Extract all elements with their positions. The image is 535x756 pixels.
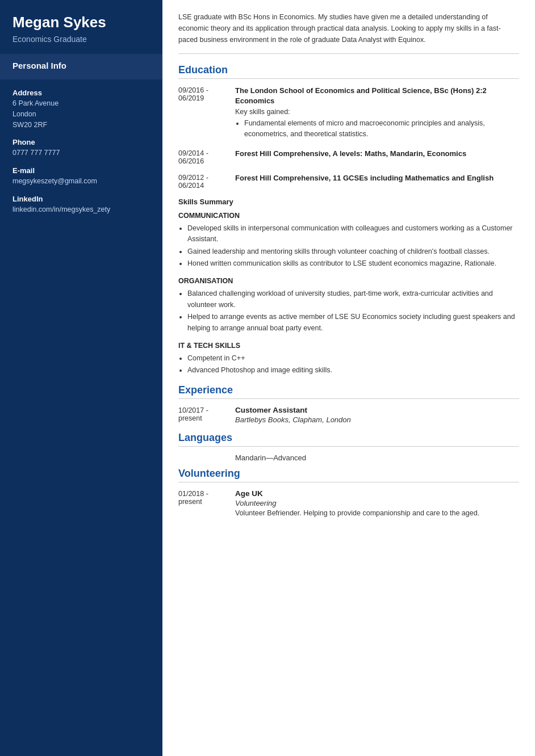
phone-item: Phone 0777 777 7777 — [12, 138, 150, 158]
personal-info-content: Address 6 Park AvenueLondonSW20 2RF Phon… — [0, 79, 162, 234]
skill-category-it: IT & TECH SKILLS Competent in C++ Advanc… — [178, 342, 519, 376]
resume-container: Megan Sykes Economics Graduate Personal … — [0, 0, 535, 756]
vol-org-1: Age UK — [235, 489, 519, 498]
email-item: E-mail megsykeszety@gmail.com — [12, 166, 150, 187]
edu-date-1: 09/2016 -06/2019 — [178, 86, 235, 141]
edu-bullets-1: Fundamental elements of micro and macroe… — [235, 118, 519, 140]
lang-value-1: Mandarin—Advanced — [235, 453, 306, 462]
exp-entry-1: 10/2017 -present Customer Assistant Bart… — [178, 406, 519, 424]
vol-body-1: Age UK Volunteering Volunteer Befriender… — [235, 489, 519, 517]
skill-category-communication: COMMUNICATION Developed skills in interp… — [178, 212, 519, 270]
edu-body-1: The London School of Economics and Polit… — [235, 86, 519, 141]
edu-entry-1: 09/2016 -06/2019 The London School of Ec… — [178, 86, 519, 141]
address-value: 6 Park AvenueLondonSW20 2RF — [12, 98, 150, 130]
skill-bullet-org-1: Balanced challenging workload of univers… — [187, 288, 519, 310]
education-section: Education 09/2016 -06/2019 The London Sc… — [178, 64, 519, 190]
candidate-name: Megan Sykes — [12, 14, 150, 31]
skill-bullets-communication: Developed skills in interpersonal commun… — [178, 223, 519, 270]
address-label: Address — [12, 89, 150, 97]
personal-info-section: Personal Info — [0, 54, 162, 79]
volunteering-heading: Volunteering — [178, 468, 519, 482]
skill-bullet-org-2: Helped to arrange events as active membe… — [187, 312, 519, 334]
vol-role-1: Volunteering — [235, 499, 519, 507]
skill-bullet-comm-1: Developed skills in interpersonal commun… — [187, 223, 519, 245]
skill-bullets-organisation: Balanced challenging workload of univers… — [178, 288, 519, 334]
lang-entry-1: Mandarin—Advanced — [178, 453, 519, 462]
vol-date-1: 01/2018 -present — [178, 489, 235, 517]
skill-category-title-2: ORGANISATION — [178, 277, 519, 285]
skill-bullet-it-2: Advanced Photoshop and image editing ski… — [187, 365, 519, 376]
skill-category-organisation: ORGANISATION Balanced challenging worklo… — [178, 277, 519, 334]
experience-heading: Experience — [178, 384, 519, 399]
experience-section: Experience 10/2017 -present Customer Ass… — [178, 384, 519, 424]
summary-text: LSE graduate with BSc Hons in Economics.… — [178, 11, 519, 54]
exp-date-1: 10/2017 -present — [178, 406, 235, 424]
exp-body-1: Customer Assistant Bartlebys Books, Clap… — [235, 406, 519, 424]
exp-job-title-1: Customer Assistant — [235, 406, 519, 414]
edu-date-2: 09/2014 -06/2016 — [178, 149, 235, 165]
linkedin-label: LinkedIn — [12, 195, 150, 203]
skills-summary-heading: Skills Summary — [178, 198, 519, 206]
email-value: megsykeszety@gmail.com — [12, 176, 150, 187]
skill-bullet-comm-3: Honed written communication skills as co… — [187, 258, 519, 269]
sidebar: Megan Sykes Economics Graduate Personal … — [0, 0, 162, 756]
vol-entry-1: 01/2018 -present Age UK Volunteering Vol… — [178, 489, 519, 517]
skill-bullet-comm-2: Gained leadership and mentoring skills t… — [187, 246, 519, 257]
skill-category-title-3: IT & TECH SKILLS — [178, 342, 519, 350]
education-heading: Education — [178, 64, 519, 79]
exp-company-1: Bartlebys Books, Clapham, London — [235, 415, 519, 424]
edu-desc-1: Key skills gained: — [235, 108, 519, 116]
edu-body-2: Forest Hill Comprehensive, A levels: Mat… — [235, 149, 519, 165]
edu-date-3: 09/2012 -06/2014 — [178, 173, 235, 190]
personal-info-heading: Personal Info — [12, 61, 150, 70]
email-label: E-mail — [12, 166, 150, 175]
edu-school-3: Forest Hill Comprehensive, 11 GCSEs incl… — [235, 173, 519, 183]
skills-section: Skills Summary COMMUNICATION Developed s… — [178, 198, 519, 376]
languages-heading: Languages — [178, 432, 519, 447]
languages-section: Languages Mandarin—Advanced — [178, 432, 519, 462]
sidebar-header: Megan Sykes Economics Graduate — [0, 0, 162, 54]
phone-label: Phone — [12, 138, 150, 146]
linkedin-value: linkedin.com/in/megsykes_zety — [12, 204, 150, 215]
edu-school-1: The London School of Economics and Polit… — [235, 86, 519, 106]
skill-bullets-it: Competent in C++ Advanced Photoshop and … — [178, 353, 519, 376]
edu-school-2: Forest Hill Comprehensive, A levels: Mat… — [235, 149, 519, 159]
volunteering-section: Volunteering 01/2018 -present Age UK Vol… — [178, 468, 519, 517]
skill-category-title-1: COMMUNICATION — [178, 212, 519, 220]
lang-spacer — [178, 453, 235, 462]
edu-entry-2: 09/2014 -06/2016 Forest Hill Comprehensi… — [178, 149, 519, 165]
phone-value: 0777 777 7777 — [12, 148, 150, 158]
address-item: Address 6 Park AvenueLondonSW20 2RF — [12, 89, 150, 130]
edu-body-3: Forest Hill Comprehensive, 11 GCSEs incl… — [235, 173, 519, 190]
candidate-title: Economics Graduate — [12, 35, 150, 44]
linkedin-item: LinkedIn linkedin.com/in/megsykes_zety — [12, 195, 150, 215]
main-content: LSE graduate with BSc Hons in Economics.… — [162, 0, 535, 756]
skill-bullet-it-1: Competent in C++ — [187, 353, 519, 364]
edu-bullet-1-1: Fundamental elements of micro and macroe… — [244, 118, 519, 140]
vol-desc-1: Volunteer Befriender. Helping to provide… — [235, 509, 519, 517]
edu-entry-3: 09/2012 -06/2014 Forest Hill Comprehensi… — [178, 173, 519, 190]
